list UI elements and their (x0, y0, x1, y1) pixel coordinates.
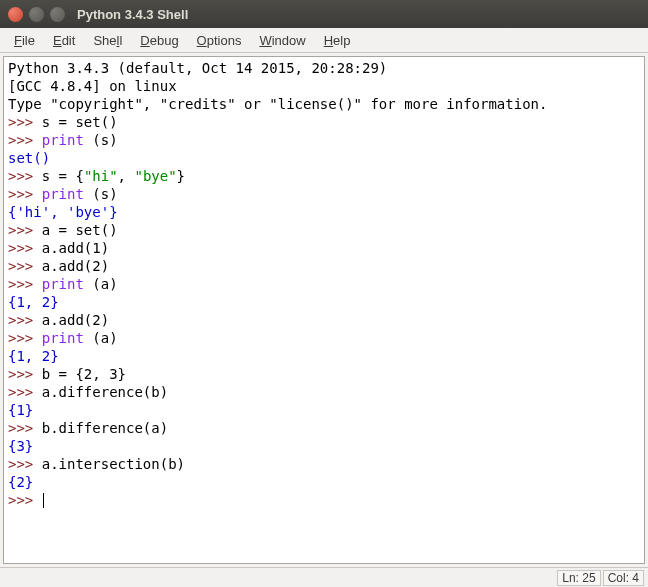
input-args: (s) (84, 132, 118, 148)
string-literal: "bye" (134, 168, 176, 184)
prompt: >>> (8, 276, 42, 292)
input-line: a.difference(b) (42, 384, 168, 400)
input-call: print (42, 330, 84, 346)
output-line: {1, 2} (8, 348, 59, 364)
menu-debug[interactable]: Debug (132, 31, 186, 50)
output-line: {3} (8, 438, 33, 454)
menu-shell[interactable]: Shell (85, 31, 130, 50)
prompt: >>> (8, 132, 42, 148)
input-args: (a) (84, 330, 118, 346)
prompt: >>> (8, 258, 42, 274)
menu-file[interactable]: File (6, 31, 43, 50)
banner-line: Type "copyright", "credits" or "license(… (8, 96, 547, 112)
prompt: >>> (8, 366, 42, 382)
status-line: Ln: 25 (557, 570, 600, 586)
banner-line: Python 3.4.3 (default, Oct 14 2015, 20:2… (8, 60, 396, 76)
prompt: >>> (8, 420, 42, 436)
input-line: a = set() (42, 222, 118, 238)
status-col: Col: 4 (603, 570, 644, 586)
input-call: print (42, 132, 84, 148)
prompt: >>> (8, 330, 42, 346)
close-icon[interactable] (8, 7, 23, 22)
input-args: (s) (84, 186, 118, 202)
minimize-icon[interactable] (29, 7, 44, 22)
input-args: (a) (84, 276, 118, 292)
shell-output[interactable]: Python 3.4.3 (default, Oct 14 2015, 20:2… (3, 56, 645, 564)
input-line: a.intersection(b) (42, 456, 185, 472)
statusbar: Ln: 25 Col: 4 (0, 567, 648, 587)
input-call: print (42, 276, 84, 292)
menu-edit[interactable]: Edit (45, 31, 83, 50)
prompt: >>> (8, 168, 42, 184)
input-line: a.add(2) (42, 258, 109, 274)
output-line: {2} (8, 474, 33, 490)
prompt: >>> (8, 240, 42, 256)
maximize-icon[interactable] (50, 7, 65, 22)
output-line: {1, 2} (8, 294, 59, 310)
input-call: print (42, 186, 84, 202)
menu-options[interactable]: Options (189, 31, 250, 50)
prompt: >>> (8, 186, 42, 202)
prompt: >>> (8, 384, 42, 400)
menu-help[interactable]: Help (316, 31, 359, 50)
prompt: >>> (8, 492, 42, 508)
output-line: {1} (8, 402, 33, 418)
input-line: b = {2, 3} (42, 366, 126, 382)
prompt: >>> (8, 456, 42, 472)
input-line: s = { (42, 168, 84, 184)
prompt: >>> (8, 114, 42, 130)
string-literal: "hi" (84, 168, 118, 184)
prompt: >>> (8, 222, 42, 238)
input-line: a.add(1) (42, 240, 109, 256)
menubar: File Edit Shell Debug Options Window Hel… (0, 28, 648, 53)
input-line: s = set() (42, 114, 118, 130)
banner-line: [GCC 4.8.4] on linux (8, 78, 177, 94)
window-title: Python 3.4.3 Shell (77, 7, 188, 22)
input-line: a.add(2) (42, 312, 109, 328)
output-line: set() (8, 150, 50, 166)
window-buttons (8, 7, 65, 22)
content-wrap: Python 3.4.3 (default, Oct 14 2015, 20:2… (0, 53, 648, 567)
input-line: b.difference(a) (42, 420, 168, 436)
prompt: >>> (8, 312, 42, 328)
text-cursor (43, 493, 44, 508)
output-line: {'hi', 'bye'} (8, 204, 118, 220)
titlebar: Python 3.4.3 Shell (0, 0, 648, 28)
menu-window[interactable]: Window (251, 31, 313, 50)
